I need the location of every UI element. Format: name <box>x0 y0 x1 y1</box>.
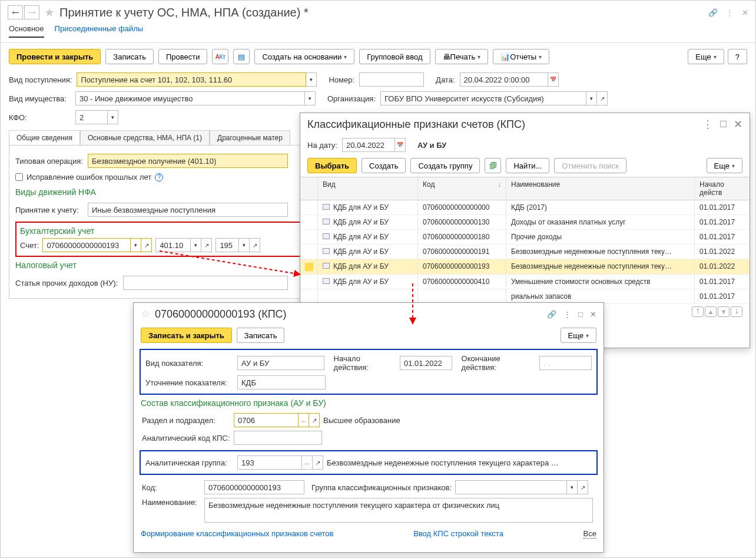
typical-op-field[interactable]: Безвозмездное получение (401.10) <box>88 154 288 168</box>
property-dropdown[interactable]: ▾ <box>305 91 316 105</box>
name-field[interactable]: Безвозмездные неденежные поступления тек… <box>204 498 593 523</box>
grid-nav-buttons[interactable]: ⤒ ▲ ▼ ⤓ <box>692 306 742 317</box>
start-field[interactable]: 01.01.2022 <box>400 356 452 370</box>
account-sub-field[interactable]: 401.10 <box>155 238 191 252</box>
group-field[interactable] <box>455 480 567 494</box>
kps-create-group-button[interactable]: Создать группу <box>410 158 480 173</box>
detail-link-icon[interactable]: 🔗 <box>547 310 556 319</box>
kps-col-start[interactable]: Начало действ <box>695 177 748 200</box>
detail-save-close-button[interactable]: Записать и закрыть <box>141 328 232 343</box>
kps-col-code[interactable]: Код ↓ <box>418 177 506 200</box>
type-receipt-field[interactable]: Поступление на счет 101, 102, 103, 111.6… <box>77 72 306 87</box>
kps-more-button[interactable]: Еще <box>707 158 742 173</box>
detail-close-icon[interactable]: ✕ <box>590 310 596 319</box>
reports-button[interactable]: 📊 Отчеты <box>493 49 549 64</box>
tab-metals[interactable]: Драгоценные матер <box>210 130 290 145</box>
org-field[interactable]: ГОБУ ВПО Университет искусств (Субсидия) <box>380 91 586 105</box>
analytic-group-field[interactable]: 193 <box>237 455 302 470</box>
create-based-button[interactable]: Создать на основании <box>254 49 354 64</box>
section-subsection-open[interactable]: ↗ <box>309 413 320 427</box>
group-input-button[interactable]: Групповой ввод <box>359 49 430 64</box>
report-icon[interactable]: ▤ <box>233 49 250 64</box>
dt-kt-icon[interactable]: АКт <box>212 49 228 64</box>
kps-date-field[interactable]: 20.04.2022 <box>342 138 395 152</box>
kps-select-button[interactable]: Выбрать <box>307 158 357 173</box>
link-string-kps[interactable]: Ввод КПС строкой текста <box>413 529 503 539</box>
help-icon[interactable]: ? <box>155 173 163 181</box>
table-row[interactable]: КДБ для АУ и БУ07060000000000180Прочие д… <box>300 230 750 245</box>
analytic-group-label: Аналитическая группа: <box>145 458 234 467</box>
post-button[interactable]: Провести <box>158 49 208 64</box>
account-sub-dropdown[interactable]: ▾ <box>191 238 201 252</box>
more-button[interactable]: Еще <box>688 49 724 64</box>
table-row[interactable]: КДБ для АУ и БУ07060000000000191Безвозме… <box>300 245 750 259</box>
close-icon[interactable]: ✕ <box>742 8 748 17</box>
section-subsection-dots[interactable]: … <box>299 413 309 427</box>
table-row[interactable]: КДБ для АУ и БУ07060000000000410Уменьшен… <box>300 275 750 289</box>
link-icon[interactable]: 🔗 <box>708 8 718 17</box>
kfo-field[interactable]: 2 <box>75 110 108 124</box>
kps-copy-icon[interactable]: 🗐 <box>485 158 501 173</box>
account-kek-open[interactable]: ↗ <box>250 238 260 252</box>
link-all[interactable]: Все <box>583 529 596 539</box>
kps-kebab-icon[interactable]: ⋮ <box>702 118 713 131</box>
end-field[interactable]: . . <box>539 356 592 370</box>
table-row[interactable]: КДБ для АУ и БУ07060000000000130Доходы о… <box>300 215 750 230</box>
date-picker-icon[interactable]: 📅 <box>548 72 559 87</box>
link-form-kps[interactable]: Формирование классификационных признаков… <box>141 529 333 539</box>
detail-kebab-icon[interactable]: ⋮ <box>563 310 571 319</box>
fix-errors-checkbox[interactable] <box>15 173 23 181</box>
analytic-group-open[interactable]: ↗ <box>313 455 323 470</box>
kps-find-button[interactable]: Найти... <box>506 158 549 173</box>
kfo-dropdown[interactable]: ▾ <box>108 110 118 124</box>
detail-more-button[interactable]: Еще <box>561 328 596 343</box>
analytic-group-dots[interactable]: … <box>302 455 313 470</box>
detail-maximize-icon[interactable]: □ <box>578 310 583 319</box>
favorite-icon[interactable]: ★ <box>44 5 55 19</box>
kps-close-icon[interactable]: ✕ <box>734 118 742 131</box>
tax-income-field[interactable] <box>123 276 288 290</box>
group-dropdown[interactable]: ▾ <box>567 480 578 494</box>
kps-col-name[interactable]: Наименование <box>506 177 695 200</box>
group-open[interactable]: ↗ <box>578 480 588 494</box>
kps-date-picker[interactable]: 📅 <box>395 138 406 152</box>
org-dropdown[interactable]: ▾ <box>586 91 597 105</box>
refine-label: Уточнение показателя: <box>145 378 234 387</box>
kps-maximize-icon[interactable]: □ <box>720 118 727 131</box>
property-field[interactable]: 30 - Иное движимое имущество <box>75 91 305 105</box>
org-open-icon[interactable]: ↗ <box>597 91 608 105</box>
account-kps-dropdown[interactable]: ▾ <box>131 238 141 252</box>
section-subsection-field[interactable]: 0706 <box>234 413 299 427</box>
kebab-icon[interactable]: ⋮ <box>726 8 734 17</box>
indicator-type-field[interactable]: АУ и БУ <box>237 356 324 370</box>
detail-save-button[interactable]: Записать <box>237 328 285 343</box>
nav-forward-button[interactable]: 🡒 <box>24 5 39 19</box>
analytic-code-field[interactable] <box>234 431 322 445</box>
post-close-button[interactable]: Провести и закрыть <box>9 49 101 64</box>
tab-attached[interactable]: Присоединенные файлы <box>55 24 144 38</box>
table-row[interactable]: КДБ для АУ и БУ07060000000000193Безвозме… <box>300 259 750 275</box>
type-receipt-dropdown[interactable]: ▾ <box>306 72 317 87</box>
refine-field[interactable]: КДБ <box>237 375 326 389</box>
number-field[interactable] <box>359 72 424 87</box>
save-button[interactable]: Записать <box>105 49 154 64</box>
tab-os[interactable]: Основные средства, НМА, НПА (1) <box>80 130 210 145</box>
table-row[interactable]: КДБ для АУ и БУ07060000000000000КДБ (201… <box>300 200 750 215</box>
tab-general[interactable]: Общие сведения <box>9 130 80 145</box>
detail-star-icon[interactable]: ☆ <box>141 308 150 321</box>
account-kek-dropdown[interactable]: ▾ <box>239 238 250 252</box>
account-kps-open[interactable]: ↗ <box>141 238 152 252</box>
print-button[interactable]: 🖶 Печать <box>435 49 489 64</box>
kps-cancel-search-button[interactable]: Отменить поиск <box>554 158 626 173</box>
nav-back-button[interactable]: 🡐 <box>8 5 23 19</box>
acceptance-field[interactable]: Иные безвозмездные поступления <box>88 203 288 217</box>
tab-main[interactable]: Основное <box>9 24 44 38</box>
account-kek-field[interactable]: 195 <box>215 238 239 252</box>
kps-col-type[interactable]: Вид <box>318 177 418 200</box>
code-field[interactable]: 07060000000000193 <box>204 480 304 494</box>
help-button[interactable]: ? <box>728 49 747 64</box>
kps-create-button[interactable]: Создать <box>362 158 406 173</box>
date-field[interactable]: 20.04.2022 0:00:00 <box>460 72 548 87</box>
account-kps-field[interactable]: 07060000000000193 <box>42 238 131 252</box>
account-sub-open[interactable]: ↗ <box>201 238 212 252</box>
